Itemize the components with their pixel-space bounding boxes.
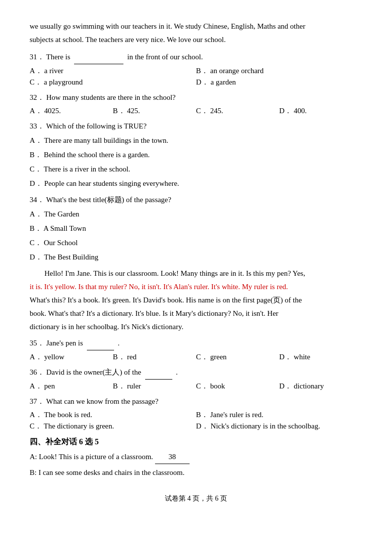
q34-text: What's the best title(标题) of the passage…	[46, 196, 171, 204]
section4-title: 四、补全对话 6 选 5	[30, 437, 99, 446]
q36-optC-label: C．	[196, 382, 208, 390]
q35-optD-label: D．	[279, 353, 292, 361]
q35-optD-text: white	[294, 353, 310, 361]
passage2-line5: dictionary is in her schoolbag. It's Nic…	[30, 323, 183, 331]
question-32: 32． How many students are there in the s…	[30, 91, 362, 117]
passage2-line2-red: it is. It's yellow. Is that my ruler? No…	[30, 283, 288, 291]
q33-number: 33．	[30, 122, 44, 130]
q31-number: 31．	[30, 53, 44, 61]
q32-optB-text: 425.	[127, 107, 140, 115]
q36-options: A． pen B． ruler C． book D． dictionary	[30, 381, 362, 392]
q37-optD-label: D．	[196, 422, 209, 430]
q31-text-before: There is	[46, 53, 70, 61]
q32-number: 32．	[30, 93, 44, 101]
q32-optionD: D． 400.	[279, 105, 363, 117]
q34-optB-label: B．	[30, 224, 42, 232]
q37-optC-label: C．	[30, 422, 42, 430]
q37-optionA: A． The book is red.	[30, 409, 196, 421]
intro-line1: we usually go swimming with our teachers…	[30, 22, 305, 30]
q37-optD-text: Nick's dictionary is in the schoolbag.	[211, 422, 320, 430]
q35-text-before: Jane's pen is	[46, 339, 83, 347]
dialogue-b-label: B:	[30, 469, 37, 476]
q33-optC-text: There is a river in the school.	[44, 165, 130, 173]
q33-optionA: A． There are many tall buildings in the …	[30, 134, 362, 147]
q32-optA-label: A．	[30, 107, 42, 115]
q36-blank	[145, 366, 172, 380]
section4-header: 四、补全对话 6 选 5	[30, 437, 362, 447]
q36-optD-label: D．	[279, 382, 292, 390]
page-footer: 试卷第 4 页，共 6 页	[30, 494, 362, 503]
dialogue-a: A: Look! This is a picture of a classroo…	[30, 450, 362, 464]
question-37: 37． What can we know from the passage? A…	[30, 395, 362, 432]
q34-optionD: D． The Best Building	[30, 251, 362, 264]
q31-text-after: in the front of our school.	[127, 53, 203, 61]
q33-optionC: C． There is a river in the school.	[30, 163, 362, 176]
q35-optC-label: C．	[196, 353, 208, 361]
q33-optA-text: There are many tall buildings in the tow…	[44, 136, 168, 144]
q31-optionB: B． an orange orchard	[196, 65, 362, 77]
q37-optC-text: The dictionary is green.	[44, 422, 114, 430]
q35-optA-label: A．	[30, 353, 42, 361]
q32-optA-text: 4025.	[44, 107, 61, 115]
q32-optionB: B． 425.	[113, 105, 196, 117]
q32-optD-label: D．	[279, 107, 292, 115]
q32-optionC: C． 245.	[196, 105, 279, 117]
q34-optionA: A． The Garden	[30, 208, 362, 221]
q35-optionC: C． green	[196, 351, 279, 363]
q31-optB-label: B．	[196, 67, 208, 75]
passage2-line1: Hello! I'm Jane. This is our classroom. …	[44, 269, 305, 277]
intro-paragraph: we usually go swimming with our teachers…	[30, 20, 362, 46]
footer-text: 试卷第 4 页，共 6 页	[165, 495, 227, 502]
q35-optB-label: B．	[113, 353, 125, 361]
q32-optD-text: 400.	[294, 107, 307, 115]
q33-optB-label: B．	[30, 151, 42, 159]
q33-optD-text: People can hear students singing everywh…	[44, 179, 179, 187]
q34-optD-label: D．	[30, 253, 42, 261]
q36-optB-label: B．	[113, 382, 125, 390]
q36-optionB: B． ruler	[113, 381, 196, 392]
q35-number: 35．	[30, 339, 44, 347]
q37-optB-text: Jane's ruler is red.	[210, 411, 264, 419]
q35-period: .	[118, 339, 120, 347]
q37-number: 37．	[30, 397, 44, 405]
dialogue-b-text: I can see some desks and chairs in the c…	[39, 469, 185, 476]
q36-period: .	[176, 368, 178, 376]
passage2-line4: book. What's that? It's a dictionary. It…	[30, 309, 278, 317]
q37-optionB: B． Jane's ruler is red.	[196, 409, 362, 421]
passage2-line3: What's this? It's a book. It's green. It…	[30, 296, 302, 304]
q32-text: How many students are there in the schoo…	[46, 93, 176, 101]
q33-optD-label: D．	[30, 179, 42, 187]
q34-optB-text: A Small Town	[43, 224, 86, 232]
q31-optA-label: A．	[30, 67, 42, 75]
q31-blank	[74, 50, 123, 64]
q37-options: A． The book is red. B． Jane's ruler is r…	[30, 409, 362, 432]
q34-optA-text: The Garden	[44, 210, 79, 218]
q34-optionC: C． Our School	[30, 236, 362, 250]
q34-number: 34．	[30, 196, 44, 204]
q35-optC-text: green	[210, 353, 227, 361]
dialogue-b: B: I can see some desks and chairs in th…	[30, 466, 362, 479]
passage2-paragraph: Hello! I'm Jane. This is our classroom. …	[30, 267, 362, 334]
q31-optionC: C． a playground	[30, 77, 196, 88]
q37-optA-text: The book is red.	[44, 411, 92, 419]
q32-options: A． 4025. B． 425. C． 245. D． 400.	[30, 105, 362, 117]
q35-optionA: A． yellow	[30, 351, 113, 363]
q35-optA-text: yellow	[44, 353, 65, 361]
q35-optionD: D． white	[279, 351, 363, 363]
q31-optD-label: D．	[196, 78, 209, 86]
q36-optB-text: ruler	[127, 382, 141, 390]
question-33: 33． Which of the following is TRUE? A． T…	[30, 120, 362, 190]
question-34: 34． What's the best title(标题) of the pas…	[30, 193, 362, 264]
q36-optC-text: book	[210, 382, 225, 390]
q36-optA-label: A．	[30, 382, 42, 390]
q34-optA-label: A．	[30, 210, 42, 218]
q35-optionB: B． red	[113, 351, 196, 363]
q37-optB-label: B．	[196, 411, 208, 419]
q31-optionD: D． a garden	[196, 77, 362, 88]
q37-optionD: D． Nick's dictionary is in the schoolbag…	[196, 421, 362, 432]
q31-optC-label: C．	[30, 78, 42, 86]
q31-optC-text: a playground	[44, 78, 83, 86]
q35-optB-text: red	[127, 353, 136, 361]
q34-optionB: B． A Small Town	[30, 222, 362, 235]
q37-optA-label: A．	[30, 411, 42, 419]
